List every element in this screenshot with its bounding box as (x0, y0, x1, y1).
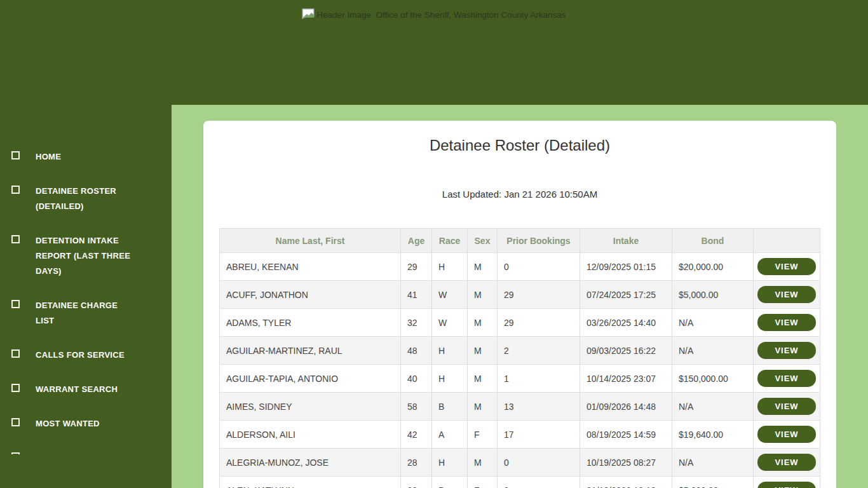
cell-bond: N/A (672, 449, 754, 477)
sidebar-item[interactable]: WARRANT SEARCH (11, 382, 172, 397)
sidebar-item-label: CALLS FOR SERVICE (36, 348, 134, 363)
cell-race: H (432, 253, 468, 281)
column-header: Name Last, First (220, 229, 401, 253)
column-header (754, 229, 820, 253)
table-row: ADAMS, TYLER32WM2903/26/2025 14:40N/AVIE… (220, 309, 820, 337)
cell-age: 41 (401, 281, 432, 309)
cell-intake: 09/03/2025 16:22 (580, 337, 672, 365)
broken-image-icon (11, 384, 20, 392)
cell-race: W (432, 281, 468, 309)
table-row: AGUILAR-TAPIA, ANTONIO40HM110/14/2025 23… (220, 365, 820, 393)
table-row: AGUILAR-MARTINEZ, RAUL48HM209/03/2025 16… (220, 337, 820, 365)
view-button[interactable]: VIEW (757, 398, 816, 415)
sidebar-item[interactable]: MOST WANTED (11, 416, 172, 431)
column-header: Intake (580, 229, 672, 253)
view-button[interactable]: VIEW (757, 286, 816, 303)
roster-table-wrapper: Name Last, FirstAgeRaceSexPrior Bookings… (219, 228, 820, 488)
cell-intake: 10/19/2025 08:27 (580, 449, 672, 477)
view-button[interactable]: VIEW (757, 370, 816, 387)
cell-name: ADAMS, TYLER (220, 309, 401, 337)
cell-bond: $20,000.00 (672, 253, 754, 281)
table-row: ALDERSON, AILI42AF1708/19/2025 14:59$19,… (220, 421, 820, 449)
cell-sex: M (468, 449, 498, 477)
view-button[interactable]: VIEW (757, 258, 816, 275)
table-row: ACUFF, JONATHON41WM2907/24/2025 17:25$5,… (220, 281, 820, 309)
cell-bond: N/A (672, 337, 754, 365)
cell-sex: M (468, 253, 498, 281)
view-button[interactable]: VIEW (757, 342, 816, 359)
column-header: Bond (672, 229, 754, 253)
detainee-roster-table: Name Last, FirstAgeRaceSexPrior Bookings… (219, 228, 820, 488)
page-title: Detainee Roster (Detailed) (203, 121, 836, 154)
header-image-alt-text: Header Image: Office of the Sheriff, Was… (316, 8, 566, 20)
cell-bond: $5,000.00 (672, 477, 754, 488)
broken-image-icon (11, 300, 20, 308)
broken-image-icon (11, 349, 20, 358)
cell-prior: 29 (498, 309, 580, 337)
cell-bond: $19,640.00 (672, 421, 754, 449)
cell-prior: 2 (498, 337, 580, 365)
sidebar-item[interactable]: CALLS FOR SERVICE (11, 348, 172, 363)
sidebar-item-label: HOME (36, 149, 134, 165)
view-button[interactable]: VIEW (757, 454, 816, 471)
cell-bond: $150,000.00 (672, 365, 754, 393)
sidebar-nav: HOMEDETAINEE ROSTER (DETAILED)DETENTION … (0, 105, 172, 454)
column-header: Prior Bookings (498, 229, 580, 253)
cell-race: B (432, 393, 468, 421)
cell-bond: $5,000.00 (672, 281, 754, 309)
cell-intake: 01/10/2026 13:10 (580, 477, 672, 488)
view-button-cell: VIEW (754, 337, 820, 365)
sidebar-item[interactable]: DETAINEE ROSTER (DETAILED) (11, 184, 172, 214)
sidebar-item[interactable]: DETENTION INTAKE REPORT (LAST THREE DAYS… (11, 233, 172, 279)
cell-name: AGUILAR-MARTINEZ, RAUL (220, 337, 401, 365)
cell-sex: F (468, 421, 498, 449)
roster-card: Detainee Roster (Detailed) Last Updated:… (203, 121, 836, 488)
cell-bond: N/A (672, 393, 754, 421)
view-button-cell: VIEW (754, 365, 820, 393)
content-area: Detainee Roster (Detailed) Last Updated:… (172, 105, 868, 488)
sidebar: HOMEDETAINEE ROSTER (DETAILED)DETENTION … (0, 105, 172, 488)
cell-age: 32 (401, 309, 432, 337)
cell-prior: 29 (498, 281, 580, 309)
cell-sex: M (468, 309, 498, 337)
cell-sex: M (468, 337, 498, 365)
cell-intake: 03/26/2025 14:40 (580, 309, 672, 337)
cell-race: H (432, 365, 468, 393)
view-button-cell: VIEW (754, 449, 820, 477)
table-body: ABREU, KEENAN29HM012/09/2025 01:15$20,00… (220, 253, 820, 488)
sidebar-item-label: DETENTION INTAKE REPORT (LAST THREE DAYS… (36, 233, 134, 279)
cell-sex: M (468, 281, 498, 309)
top-banner: Header Image: Office of the Sheriff, Was… (0, 0, 868, 105)
broken-image-icon (11, 151, 20, 159)
cell-race: H (432, 337, 468, 365)
cell-prior: 17 (498, 421, 580, 449)
sidebar-item-label: DEADBEAT MOMS (36, 451, 134, 454)
sidebar-item[interactable]: HOME (11, 149, 172, 165)
cell-name: ABREU, KEENAN (220, 253, 401, 281)
view-button[interactable]: VIEW (757, 426, 816, 443)
cell-intake: 07/24/2025 17:25 (580, 281, 672, 309)
cell-prior: 1 (498, 365, 580, 393)
cell-name: ALEN, KATLYNN (220, 477, 401, 488)
view-button-cell: VIEW (754, 421, 820, 449)
cell-race: H (432, 449, 468, 477)
sidebar-item[interactable]: DETAINEE CHARGE LIST (11, 298, 172, 329)
cell-age: 28 (401, 449, 432, 477)
sidebar-item-label: MOST WANTED (36, 416, 134, 431)
cell-age: 33 (401, 477, 432, 488)
cell-age: 42 (401, 421, 432, 449)
view-button-cell: VIEW (754, 309, 820, 337)
broken-image-icon (11, 186, 20, 194)
table-row: ALEGRIA-MUNOZ, JOSE28HM010/19/2025 08:27… (220, 449, 820, 477)
cell-prior: 13 (498, 393, 580, 421)
cell-sex: M (468, 393, 498, 421)
cell-intake: 01/09/2026 14:48 (580, 393, 672, 421)
view-button-cell: VIEW (754, 393, 820, 421)
sidebar-item[interactable]: DEADBEAT MOMS (11, 451, 172, 454)
header-image-placeholder: Header Image: Office of the Sheriff, Was… (0, 8, 868, 20)
cell-intake: 10/14/2025 23:07 (580, 365, 672, 393)
cell-sex: F (468, 477, 498, 488)
view-button[interactable]: VIEW (757, 314, 816, 331)
view-button[interactable]: VIEW (757, 482, 816, 488)
view-button-cell: VIEW (754, 477, 820, 488)
